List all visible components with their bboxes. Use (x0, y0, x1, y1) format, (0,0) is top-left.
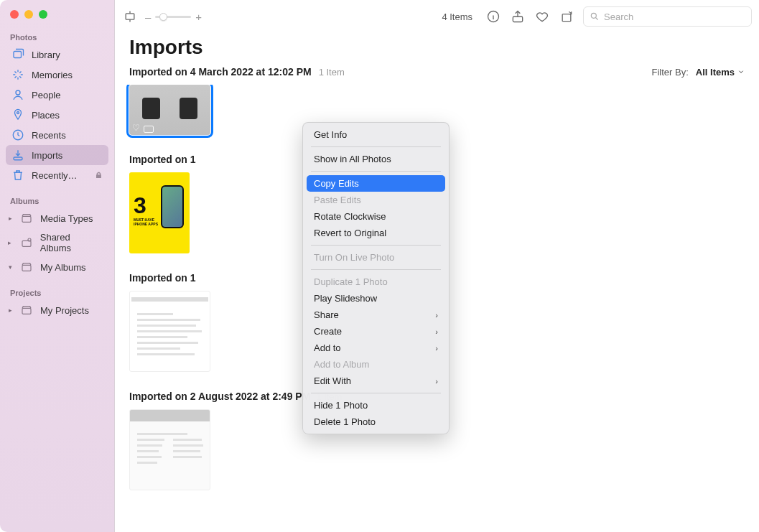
sidebar-item-label: Library (32, 50, 60, 60)
person-icon (11, 88, 24, 101)
svg-rect-10 (126, 14, 134, 19)
info-icon[interactable] (485, 9, 501, 24)
photo-thumbnail[interactable]: 3 MUST-HAVEIPHONE APPS (129, 172, 190, 253)
menu-item-hide-photo[interactable]: Hide 1 Photo (307, 397, 445, 414)
sidebar-item-label: Recents (32, 130, 66, 141)
menu-item-get-info[interactable]: Get Info (307, 126, 445, 143)
minimize-window-button[interactable] (24, 10, 33, 19)
trash-icon (11, 169, 24, 182)
photo-thumbnail[interactable]: ♡ (129, 85, 210, 135)
sidebar-item-label: Places (32, 110, 60, 121)
svg-rect-8 (22, 265, 31, 271)
download-icon (11, 149, 24, 162)
sidebar-item-my-albums[interactable]: ▾ My Albums (6, 257, 108, 277)
sidebar-item-imports[interactable]: Imports (6, 145, 108, 165)
menu-item-copy-edits[interactable]: Copy Edits (307, 175, 445, 192)
chevron-right-icon: › (435, 377, 438, 386)
context-menu: Get Info Show in All Photos Copy Edits P… (302, 122, 450, 434)
slider-knob[interactable] (159, 13, 167, 21)
toolbar: – + 4 Items Search (115, 0, 759, 33)
sidebar-item-label: Media Types (40, 213, 93, 224)
group-title: Imported on 1 (129, 272, 196, 284)
favorite-heart-icon[interactable] (534, 9, 550, 24)
sidebar-item-recents[interactable]: Recents (6, 125, 108, 145)
menu-item-create[interactable]: Create› (307, 323, 445, 340)
sparkles-icon (11, 68, 24, 81)
chevron-right-icon[interactable]: ▸ (7, 307, 13, 314)
menu-separator (311, 171, 441, 172)
zoom-in-label[interactable]: + (195, 11, 202, 23)
search-input[interactable]: Search (583, 6, 752, 27)
sidebar-section-albums: Albums (0, 192, 114, 208)
sidebar: Photos Library Memories People Places Re… (0, 0, 114, 532)
menu-separator (311, 245, 441, 246)
chevron-down-icon[interactable]: ▾ (7, 263, 13, 271)
clock-icon (11, 129, 24, 141)
slider-track[interactable] (155, 16, 191, 18)
group-title: Imported on 1 (129, 154, 196, 165)
chevron-right-icon: › (435, 344, 438, 353)
menu-separator (311, 393, 441, 393)
svg-rect-13 (562, 14, 571, 22)
close-window-button[interactable] (10, 10, 19, 19)
window-traffic-lights (0, 6, 114, 29)
sidebar-item-my-projects[interactable]: ▸ My Projects (6, 300, 108, 320)
menu-item-delete-photo[interactable]: Delete 1 Photo (307, 414, 445, 430)
svg-rect-0 (14, 52, 22, 58)
first-group-count-inline: 1 Item (319, 67, 345, 78)
zoom-out-label[interactable]: – (145, 11, 151, 23)
item-count: 4 Items (442, 11, 472, 22)
svg-rect-4 (14, 157, 22, 160)
sidebar-item-recently-deleted[interactable]: Recently… 🔒︎ (6, 165, 108, 185)
search-placeholder: Search (604, 11, 633, 22)
svg-rect-12 (513, 17, 522, 22)
menu-separator (311, 269, 441, 270)
photo-thumbnail[interactable] (129, 291, 210, 372)
photo-thumbnail[interactable] (129, 409, 210, 490)
photo-library-icon (11, 48, 24, 61)
menu-item-edit-with[interactable]: Edit With› (307, 373, 445, 389)
zoom-slider[interactable]: – + (145, 11, 202, 23)
share-icon[interactable] (510, 9, 526, 24)
sidebar-item-memories[interactable]: Memories (6, 65, 108, 85)
menu-item-play-slideshow[interactable]: Play Slideshow (307, 290, 445, 307)
sidebar-item-people[interactable]: People (6, 85, 108, 105)
menu-item-duplicate: Duplicate 1 Photo (307, 274, 445, 290)
menu-item-paste-edits: Paste Edits (307, 192, 445, 208)
menu-item-turn-on-live-photo: Turn On Live Photo (307, 249, 445, 266)
svg-point-1 (16, 90, 20, 95)
sidebar-item-places[interactable]: Places (6, 105, 108, 125)
archive-icon (20, 212, 33, 225)
filter-by-dropdown[interactable]: All Items (696, 67, 745, 78)
svg-rect-5 (22, 216, 31, 222)
aspect-crop-icon[interactable] (122, 9, 138, 24)
chevron-right-icon[interactable]: ▸ (7, 239, 13, 246)
sidebar-item-shared-albums[interactable]: ▸ Shared Albums (6, 228, 108, 257)
menu-item-revert-to-original[interactable]: Revert to Original (307, 225, 445, 241)
pin-icon (11, 108, 24, 121)
menu-item-add-to[interactable]: Add to› (307, 340, 445, 356)
search-icon (590, 11, 600, 22)
sidebar-item-label: Imports (32, 150, 62, 161)
main-content: – + 4 Items Search Imports Imported on 4… (115, 0, 759, 532)
menu-item-rotate-clockwise[interactable]: Rotate Clockwise (307, 208, 445, 225)
menu-item-show-in-all-photos[interactable]: Show in All Photos (307, 151, 445, 167)
svg-rect-9 (22, 308, 31, 314)
sidebar-item-library[interactable]: Library (6, 45, 108, 65)
sidebar-section-photos: Photos (0, 29, 114, 45)
archive-icon (20, 304, 33, 317)
fullscreen-window-button[interactable] (39, 10, 47, 19)
sidebar-section-projects: Projects (0, 284, 114, 300)
lock-icon: 🔒︎ (95, 171, 103, 179)
archive-icon (20, 261, 33, 274)
menu-item-share[interactable]: Share› (307, 307, 445, 323)
chevron-right-icon: › (435, 311, 438, 319)
favorite-heart-icon: ♡ (132, 123, 140, 133)
chevron-down-icon (737, 68, 745, 75)
page-title: Imports (129, 36, 745, 59)
chevron-right-icon: › (435, 327, 438, 336)
sidebar-item-media-types[interactable]: ▸ Media Types (6, 208, 108, 228)
filter-by-label: Filter By: (652, 67, 689, 78)
chevron-right-icon[interactable]: ▸ (7, 215, 13, 222)
rotate-icon[interactable] (559, 9, 574, 24)
